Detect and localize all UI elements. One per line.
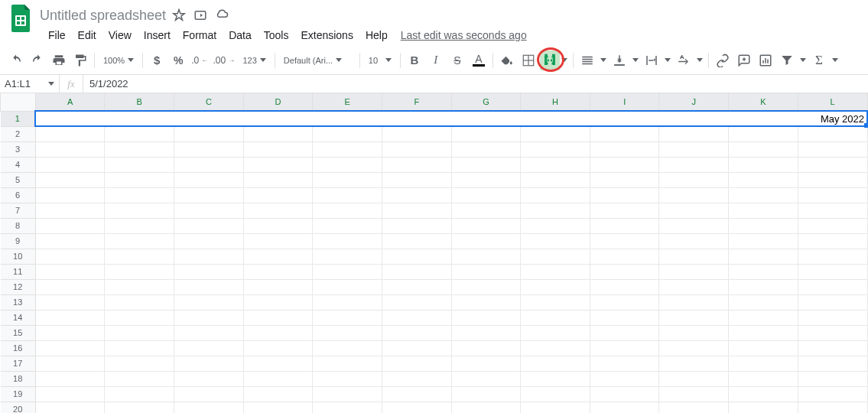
cell[interactable] — [35, 402, 105, 413]
cell[interactable] — [521, 141, 590, 157]
cell[interactable] — [590, 157, 659, 172]
cell[interactable] — [382, 386, 451, 402]
cell[interactable] — [659, 310, 729, 325]
cell[interactable] — [729, 187, 798, 203]
cell[interactable] — [174, 264, 244, 279]
insert-comment-button[interactable] — [734, 50, 754, 70]
row-header[interactable]: 14 — [1, 310, 36, 325]
text-wrap-dropdown[interactable] — [663, 50, 672, 70]
cell[interactable] — [243, 172, 313, 187]
cell[interactable] — [590, 203, 659, 218]
cell[interactable] — [729, 126, 798, 141]
cell[interactable] — [521, 187, 590, 203]
menu-insert[interactable]: Insert — [138, 26, 176, 44]
cell[interactable] — [313, 356, 382, 371]
cell[interactable] — [174, 233, 244, 249]
column-header[interactable]: I — [590, 93, 659, 111]
format-currency-button[interactable]: $ — [147, 50, 167, 70]
cell[interactable] — [105, 187, 174, 203]
cell[interactable] — [382, 325, 451, 340]
cell[interactable] — [174, 325, 244, 340]
cell[interactable] — [105, 310, 174, 325]
cell[interactable] — [174, 126, 244, 141]
cell[interactable] — [521, 279, 590, 294]
cell[interactable] — [35, 371, 105, 386]
last-edit-link[interactable]: Last edit was seconds ago — [401, 29, 527, 41]
cell[interactable] — [35, 325, 105, 340]
cell[interactable] — [243, 294, 313, 310]
cell[interactable] — [729, 264, 798, 279]
cell[interactable] — [590, 126, 659, 141]
cell[interactable] — [174, 356, 244, 371]
cell[interactable] — [590, 218, 659, 233]
row-header[interactable]: 8 — [1, 218, 36, 233]
cell[interactable] — [174, 157, 244, 172]
cell[interactable] — [105, 402, 174, 413]
column-header[interactable]: B — [105, 93, 174, 111]
cell[interactable] — [521, 356, 590, 371]
row-header[interactable]: 6 — [1, 187, 36, 203]
undo-button[interactable] — [6, 50, 26, 70]
cell[interactable] — [451, 157, 521, 172]
cell[interactable] — [35, 264, 105, 279]
cell[interactable] — [798, 203, 867, 218]
cell[interactable] — [105, 157, 174, 172]
cell[interactable] — [729, 340, 798, 356]
cell[interactable] — [451, 126, 521, 141]
cell[interactable] — [729, 172, 798, 187]
cell[interactable] — [105, 233, 174, 249]
menu-format[interactable]: Format — [177, 26, 222, 44]
cell[interactable] — [382, 233, 451, 249]
horizontal-align-button[interactable] — [577, 50, 597, 70]
cell[interactable] — [729, 294, 798, 310]
cell[interactable] — [382, 157, 451, 172]
cell[interactable] — [798, 218, 867, 233]
cell[interactable] — [35, 249, 105, 264]
cell[interactable] — [590, 325, 659, 340]
italic-button[interactable]: I — [426, 50, 446, 70]
cell[interactable] — [659, 203, 729, 218]
cell[interactable] — [798, 371, 867, 386]
cell[interactable] — [729, 386, 798, 402]
cell[interactable] — [729, 279, 798, 294]
cell[interactable] — [105, 203, 174, 218]
name-box[interactable]: A1:L1 — [0, 75, 60, 93]
increase-decimal-button[interactable]: .00 → — [211, 50, 236, 70]
cell[interactable] — [659, 187, 729, 203]
cell[interactable] — [313, 203, 382, 218]
cell[interactable] — [174, 249, 244, 264]
cell[interactable] — [729, 157, 798, 172]
select-all-corner[interactable] — [1, 93, 36, 111]
font-select[interactable]: Default (Ari... — [279, 51, 356, 70]
menu-edit[interactable]: Edit — [73, 26, 102, 44]
cell[interactable] — [798, 233, 867, 249]
functions-button[interactable]: Σ — [809, 50, 829, 70]
cell[interactable] — [590, 402, 659, 413]
menu-view[interactable]: View — [103, 26, 137, 44]
cell[interactable] — [451, 233, 521, 249]
cell[interactable] — [382, 126, 451, 141]
cell[interactable] — [35, 233, 105, 249]
cell[interactable] — [382, 141, 451, 157]
cell[interactable] — [313, 340, 382, 356]
vertical-align-dropdown[interactable] — [631, 50, 640, 70]
menu-help[interactable]: Help — [360, 26, 393, 44]
row-header[interactable]: 7 — [1, 203, 36, 218]
cell[interactable] — [243, 386, 313, 402]
cell[interactable] — [590, 249, 659, 264]
cell[interactable] — [243, 371, 313, 386]
cell[interactable] — [313, 187, 382, 203]
cell[interactable] — [798, 157, 867, 172]
cell[interactable] — [521, 249, 590, 264]
column-header[interactable]: D — [243, 93, 313, 111]
cell[interactable] — [729, 233, 798, 249]
cell[interactable] — [105, 126, 174, 141]
merged-cell-a1-l1[interactable]: May 2022 — [35, 111, 867, 126]
cell[interactable] — [451, 264, 521, 279]
cell[interactable] — [451, 371, 521, 386]
text-color-button[interactable]: A — [469, 50, 489, 70]
cell[interactable] — [521, 402, 590, 413]
cell[interactable] — [105, 371, 174, 386]
cell[interactable] — [590, 294, 659, 310]
cell[interactable] — [798, 325, 867, 340]
